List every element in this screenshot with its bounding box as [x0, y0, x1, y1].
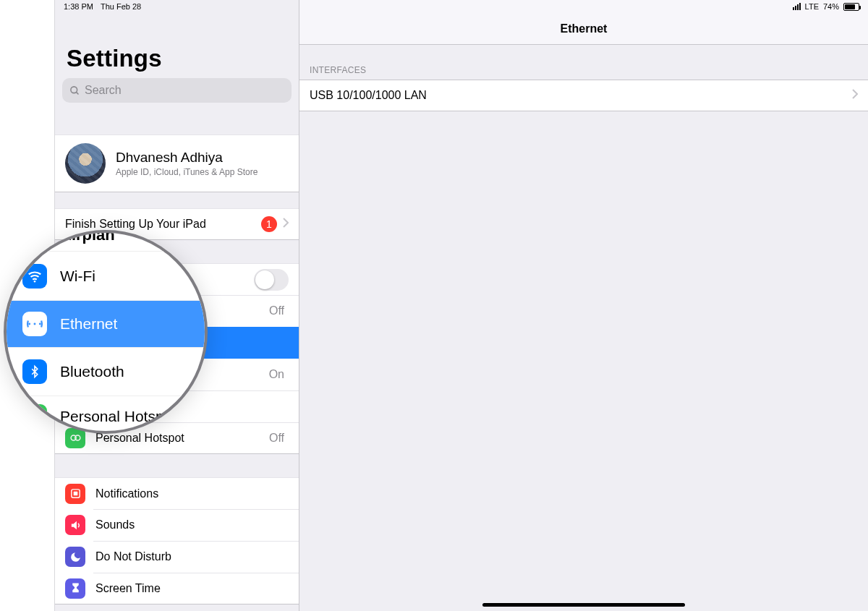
chevron-right-icon	[852, 89, 858, 102]
profile-name: Dhvanesh Adhiya	[116, 150, 258, 166]
mag-ethernet-row: Ethernet	[7, 301, 205, 347]
finish-setup-label: Finish Setting Up Your iPad	[65, 218, 261, 231]
search-icon	[69, 85, 80, 96]
bluetooth-icon	[22, 359, 47, 384]
sidebar-item-label: Sounds	[95, 518, 289, 531]
status-bar: 1:38 PM Thu Feb 28 LTE 74%	[55, 0, 868, 14]
svg-line-1	[76, 92, 78, 94]
svg-point-14	[39, 323, 41, 325]
hotspot-status: Off	[269, 432, 284, 445]
magnifier-overlay: Airplan Wi-Fi Ethernet Bluetooth Persona…	[4, 230, 208, 434]
svg-point-15	[29, 413, 35, 419]
sidebar-item-dnd[interactable]: Do Not Disturb	[55, 541, 299, 573]
sidebar-item-sounds[interactable]: Sounds	[55, 509, 299, 541]
sidebar-item-screentime[interactable]: Screen Time	[55, 573, 299, 604]
avatar	[65, 143, 106, 184]
sounds-icon	[65, 515, 85, 535]
ethernet-icon	[22, 312, 47, 336]
hotspot-icon	[22, 404, 47, 429]
status-time: 1:38 PM	[64, 2, 93, 11]
page-title: Settings	[55, 18, 299, 78]
home-indicator[interactable]	[482, 603, 685, 607]
sidebar-item-label: Do Not Disturb	[95, 550, 289, 563]
search-input[interactable]: Search	[62, 78, 292, 103]
svg-point-13	[34, 323, 36, 325]
svg-point-12	[28, 323, 30, 325]
signal-icon	[793, 3, 801, 10]
section-header: INTERFACES	[299, 45, 868, 80]
profile-row[interactable]: Dhvanesh Adhiya Apple ID, iCloud, iTunes…	[55, 134, 299, 192]
svg-point-16	[34, 413, 41, 419]
sidebar-item-label: Notifications	[95, 487, 289, 500]
status-date: Thu Feb 28	[101, 2, 141, 11]
airplane-icon	[22, 230, 47, 242]
svg-point-0	[71, 86, 77, 93]
chevron-right-icon	[283, 218, 289, 231]
battery-percent: 74%	[823, 2, 839, 11]
interface-row[interactable]: USB 10/100/1000 LAN	[299, 80, 868, 111]
search-placeholder: Search	[85, 84, 122, 97]
finish-setup-badge: 1	[261, 216, 277, 232]
sidebar-item-label: Screen Time	[95, 582, 289, 595]
profile-subtitle: Apple ID, iCloud, iTunes & App Store	[116, 167, 258, 177]
notifications-icon	[65, 484, 85, 504]
mag-wifi-row: Wi-Fi	[7, 252, 205, 301]
svg-rect-10	[73, 492, 77, 496]
interface-name: USB 10/100/1000 LAN	[310, 89, 852, 102]
sidebar-item-notifications[interactable]: Notifications	[55, 477, 299, 509]
sidebar-item-label: Personal Hotspot	[95, 432, 269, 445]
airplane-toggle[interactable]	[254, 269, 289, 291]
bluetooth-status: On	[269, 368, 284, 381]
wifi-icon	[22, 264, 47, 289]
svg-point-11	[34, 281, 36, 283]
screentime-icon	[65, 578, 85, 599]
battery-icon	[843, 3, 859, 11]
network-type: LTE	[805, 2, 819, 11]
mag-bluetooth-row: Bluetooth	[7, 347, 205, 396]
wifi-status: Off	[269, 304, 284, 317]
dnd-icon	[65, 547, 85, 567]
detail-panel: Ethernet INTERFACES USB 10/100/1000 LAN	[299, 0, 868, 611]
